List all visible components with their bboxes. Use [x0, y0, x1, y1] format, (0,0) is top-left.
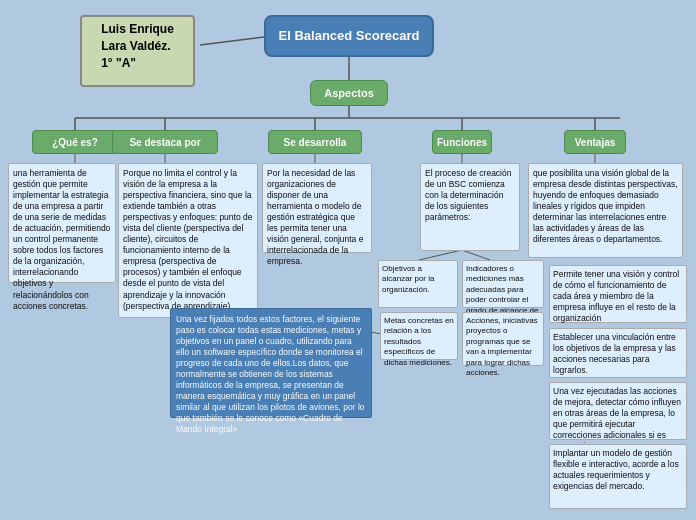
author-box: Luis Enrique Lara Valdéz. 1° "A"	[80, 15, 195, 87]
title-text: El Balanced Scorecard	[279, 28, 420, 45]
cat-funciones: Funciones	[432, 130, 492, 154]
svg-line-1	[200, 37, 264, 45]
aspectos-node: Aspectos	[310, 80, 388, 106]
text-desarrolla: Por la necesidad de las organizaciones d…	[262, 163, 372, 253]
text-funciones: El proceso de creación de un BSC comienz…	[420, 163, 520, 251]
text-que: una herramienta de gestión que permite i…	[8, 163, 116, 283]
ventaja4-box: Una vez ejecutadas las acciones de mejor…	[549, 382, 687, 440]
cat-ventajas: Ventajas	[564, 130, 626, 154]
sub-objetivos: Objetivos a alcanzar por la organización…	[378, 260, 458, 308]
cat-que: ¿Qué es?	[32, 130, 118, 154]
svg-line-14	[419, 250, 462, 260]
text-destaca: Porque no limita el control y la visión …	[118, 163, 258, 318]
ventaja5-box: Implantar un modelo de gestión flexible …	[549, 444, 687, 509]
svg-line-15	[462, 250, 490, 260]
sub-acciones: Acciones, iniciativas proyectos o progra…	[462, 312, 544, 366]
ventaja2-box: Permite tener una visión y control de có…	[549, 265, 687, 323]
cat-destaca: Se destaca por	[112, 130, 218, 154]
highlight-box: Una vez fijados todos estos factores, el…	[170, 308, 372, 418]
cat-desarrolla: Se desarrolla	[268, 130, 362, 154]
aspectos-label: Aspectos	[324, 86, 374, 100]
ventaja3-box: Establecer una vinculación entre los obj…	[549, 328, 687, 378]
author-text: Luis Enrique Lara Valdéz. 1° "A"	[101, 21, 174, 71]
main-title: El Balanced Scorecard	[264, 15, 434, 57]
sub-metas: Metas concretas en relación a los result…	[380, 312, 458, 360]
text-ventajas: que posibilita una visión global de la e…	[528, 163, 683, 258]
canvas: Luis Enrique Lara Valdéz. 1° "A" El Bala…	[0, 0, 696, 520]
sub-indicadores: Indicadores o mediciones más adecuadas p…	[462, 260, 544, 308]
